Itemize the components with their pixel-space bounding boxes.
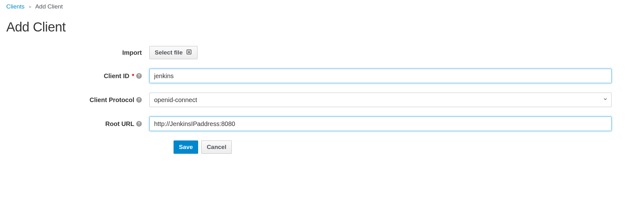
form-row-client-protocol: Client Protocol ? openid-connect bbox=[6, 93, 638, 107]
label-client-protocol-text: Client Protocol bbox=[90, 96, 134, 104]
form-row-import: Import Select file bbox=[6, 46, 638, 59]
page-title: Add Client bbox=[6, 20, 638, 35]
help-icon[interactable]: ? bbox=[136, 121, 142, 127]
label-import-text: Import bbox=[122, 49, 142, 56]
breadcrumb: Clients » Add Client bbox=[6, 3, 638, 11]
label-client-protocol: Client Protocol ? bbox=[6, 96, 149, 104]
client-id-field[interactable] bbox=[149, 69, 612, 83]
select-file-button-label: Select file bbox=[155, 49, 183, 56]
label-client-id-text: Client ID bbox=[104, 72, 129, 80]
cancel-button[interactable]: Cancel bbox=[201, 140, 231, 154]
save-button[interactable]: Save bbox=[174, 140, 198, 154]
breadcrumb-separator-icon: » bbox=[26, 4, 34, 9]
label-root-url-text: Root URL bbox=[105, 120, 134, 128]
help-icon[interactable]: ? bbox=[136, 73, 142, 79]
form-row-client-id: Client ID * ? bbox=[6, 69, 638, 83]
breadcrumb-current: Add Client bbox=[35, 3, 63, 10]
label-root-url: Root URL ? bbox=[6, 120, 149, 128]
client-protocol-select[interactable]: openid-connect bbox=[149, 93, 612, 107]
label-import: Import bbox=[6, 49, 149, 56]
import-file-icon bbox=[186, 49, 192, 57]
root-url-field[interactable] bbox=[149, 117, 612, 131]
required-asterisk-icon: * bbox=[131, 72, 134, 80]
help-icon[interactable]: ? bbox=[136, 97, 142, 103]
select-file-button[interactable]: Select file bbox=[149, 46, 197, 59]
breadcrumb-parent-link[interactable]: Clients bbox=[6, 3, 25, 10]
form-row-root-url: Root URL ? bbox=[6, 117, 638, 131]
label-client-id: Client ID * ? bbox=[6, 72, 149, 80]
form-actions: Save Cancel bbox=[174, 140, 638, 154]
client-protocol-select-wrap: openid-connect bbox=[149, 93, 612, 107]
